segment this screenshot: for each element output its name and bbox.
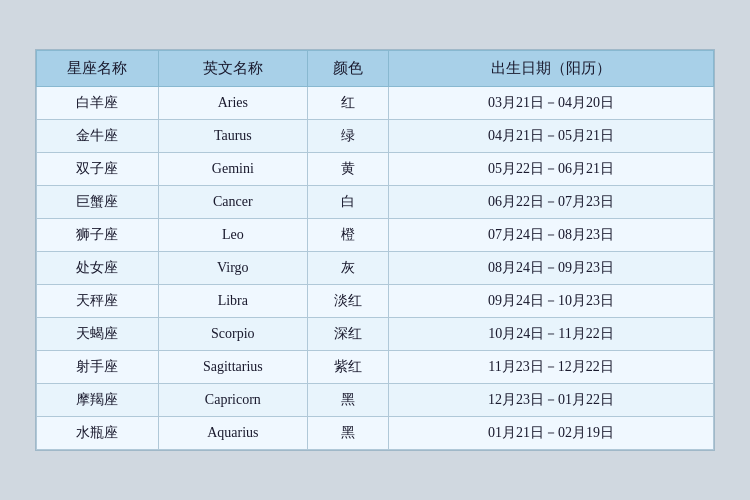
cell-english: Cancer	[158, 186, 307, 219]
cell-chinese: 处女座	[37, 252, 159, 285]
zodiac-table: 星座名称 英文名称 颜色 出生日期（阳历） 白羊座Aries红03月21日－04…	[36, 50, 714, 450]
table-row: 处女座Virgo灰08月24日－09月23日	[37, 252, 714, 285]
cell-english: Sagittarius	[158, 351, 307, 384]
header-chinese: 星座名称	[37, 51, 159, 87]
table-row: 双子座Gemini黄05月22日－06月21日	[37, 153, 714, 186]
table-row: 天秤座Libra淡红09月24日－10月23日	[37, 285, 714, 318]
cell-chinese: 射手座	[37, 351, 159, 384]
cell-color: 紫红	[307, 351, 388, 384]
cell-english: Libra	[158, 285, 307, 318]
cell-date: 08月24日－09月23日	[389, 252, 714, 285]
cell-date: 09月24日－10月23日	[389, 285, 714, 318]
table-row: 金牛座Taurus绿04月21日－05月21日	[37, 120, 714, 153]
cell-date: 12月23日－01月22日	[389, 384, 714, 417]
cell-color: 绿	[307, 120, 388, 153]
cell-english: Capricorn	[158, 384, 307, 417]
table-row: 狮子座Leo橙07月24日－08月23日	[37, 219, 714, 252]
table-row: 白羊座Aries红03月21日－04月20日	[37, 87, 714, 120]
zodiac-table-container: 星座名称 英文名称 颜色 出生日期（阳历） 白羊座Aries红03月21日－04…	[35, 49, 715, 451]
cell-english: Scorpio	[158, 318, 307, 351]
cell-chinese: 巨蟹座	[37, 186, 159, 219]
cell-chinese: 狮子座	[37, 219, 159, 252]
cell-color: 灰	[307, 252, 388, 285]
cell-color: 红	[307, 87, 388, 120]
table-row: 水瓶座Aquarius黑01月21日－02月19日	[37, 417, 714, 450]
cell-english: Leo	[158, 219, 307, 252]
cell-color: 黑	[307, 417, 388, 450]
cell-english: Aries	[158, 87, 307, 120]
table-row: 射手座Sagittarius紫红11月23日－12月22日	[37, 351, 714, 384]
cell-date: 01月21日－02月19日	[389, 417, 714, 450]
cell-date: 04月21日－05月21日	[389, 120, 714, 153]
cell-date: 10月24日－11月22日	[389, 318, 714, 351]
cell-chinese: 双子座	[37, 153, 159, 186]
cell-color: 白	[307, 186, 388, 219]
cell-english: Aquarius	[158, 417, 307, 450]
cell-color: 淡红	[307, 285, 388, 318]
header-english: 英文名称	[158, 51, 307, 87]
cell-chinese: 摩羯座	[37, 384, 159, 417]
cell-english: Gemini	[158, 153, 307, 186]
header-color: 颜色	[307, 51, 388, 87]
cell-english: Taurus	[158, 120, 307, 153]
table-header-row: 星座名称 英文名称 颜色 出生日期（阳历）	[37, 51, 714, 87]
table-row: 摩羯座Capricorn黑12月23日－01月22日	[37, 384, 714, 417]
header-date: 出生日期（阳历）	[389, 51, 714, 87]
cell-chinese: 天秤座	[37, 285, 159, 318]
cell-chinese: 水瓶座	[37, 417, 159, 450]
cell-chinese: 白羊座	[37, 87, 159, 120]
cell-date: 06月22日－07月23日	[389, 186, 714, 219]
table-row: 天蝎座Scorpio深红10月24日－11月22日	[37, 318, 714, 351]
cell-date: 11月23日－12月22日	[389, 351, 714, 384]
cell-color: 橙	[307, 219, 388, 252]
cell-chinese: 金牛座	[37, 120, 159, 153]
table-row: 巨蟹座Cancer白06月22日－07月23日	[37, 186, 714, 219]
cell-color: 黑	[307, 384, 388, 417]
cell-date: 07月24日－08月23日	[389, 219, 714, 252]
cell-color: 深红	[307, 318, 388, 351]
cell-date: 05月22日－06月21日	[389, 153, 714, 186]
cell-color: 黄	[307, 153, 388, 186]
cell-english: Virgo	[158, 252, 307, 285]
cell-date: 03月21日－04月20日	[389, 87, 714, 120]
cell-chinese: 天蝎座	[37, 318, 159, 351]
